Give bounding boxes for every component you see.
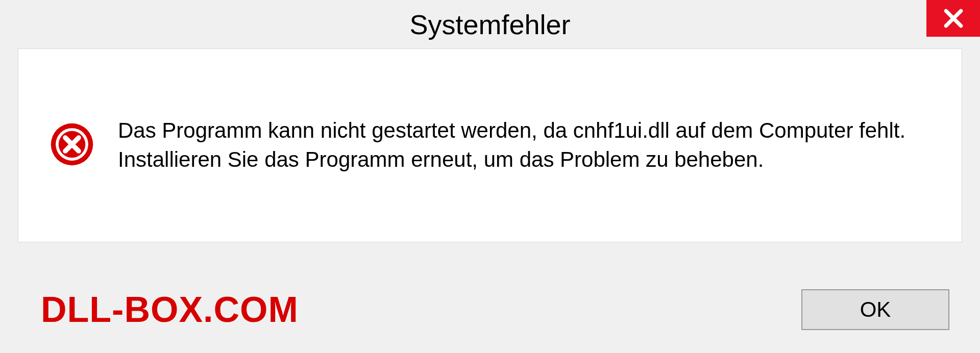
- ok-button[interactable]: OK: [801, 289, 949, 330]
- error-icon: [49, 121, 95, 169]
- dialog-title: Systemfehler: [409, 9, 570, 40]
- error-message: Das Programm kann nicht gestartet werden…: [118, 116, 931, 174]
- close-button[interactable]: [926, 0, 980, 37]
- close-icon: [942, 7, 965, 30]
- message-panel: Das Programm kann nicht gestartet werden…: [18, 48, 962, 242]
- watermark-text: DLL-BOX.COM: [41, 289, 299, 330]
- titlebar: Systemfehler: [0, 0, 980, 48]
- error-dialog: Systemfehler Das Programm kann nicht ges…: [0, 0, 980, 353]
- dialog-footer: DLL-BOX.COM OK: [0, 266, 980, 353]
